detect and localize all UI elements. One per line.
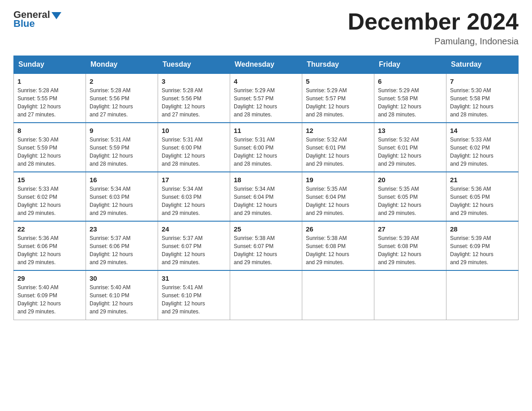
header-row: Sunday Monday Tuesday Wednesday Thursday…: [14, 56, 519, 74]
day-number: 25: [234, 225, 298, 233]
day-info: Sunrise: 5:28 AMSunset: 5:56 PMDaylight:…: [162, 86, 226, 119]
day-info: Sunrise: 5:35 AMSunset: 6:04 PMDaylight:…: [306, 185, 370, 217]
calendar-cell: 9Sunrise: 5:31 AMSunset: 5:59 PMDaylight…: [86, 123, 158, 172]
day-number: 4: [234, 77, 298, 85]
day-number: 5: [306, 77, 370, 85]
calendar-cell: 8Sunrise: 5:30 AMSunset: 5:59 PMDaylight…: [14, 123, 86, 172]
day-info: Sunrise: 5:31 AMSunset: 6:00 PMDaylight:…: [234, 136, 298, 168]
calendar-cell: 15Sunrise: 5:33 AMSunset: 6:02 PMDayligh…: [14, 172, 86, 221]
day-info: Sunrise: 5:30 AMSunset: 5:58 PMDaylight:…: [450, 86, 515, 119]
calendar-cell: 26Sunrise: 5:38 AMSunset: 6:08 PMDayligh…: [302, 221, 374, 270]
calendar-cell: 21Sunrise: 5:36 AMSunset: 6:05 PMDayligh…: [446, 172, 519, 221]
calendar-week-row: 22Sunrise: 5:36 AMSunset: 6:06 PMDayligh…: [14, 221, 519, 270]
calendar-cell: 6Sunrise: 5:29 AMSunset: 5:58 PMDaylight…: [374, 73, 446, 123]
day-number: 7: [450, 77, 515, 85]
day-number: 13: [378, 127, 442, 134]
day-number: 6: [378, 77, 442, 85]
calendar-cell: 7Sunrise: 5:30 AMSunset: 5:58 PMDaylight…: [446, 73, 519, 123]
calendar-cell: 14Sunrise: 5:33 AMSunset: 6:02 PMDayligh…: [446, 123, 519, 172]
calendar-cell: 17Sunrise: 5:34 AMSunset: 6:03 PMDayligh…: [158, 172, 230, 221]
calendar-cell: 29Sunrise: 5:40 AMSunset: 6:09 PMDayligh…: [14, 270, 86, 320]
day-number: 15: [17, 176, 82, 184]
logo-triangle-icon: [51, 10, 61, 20]
day-number: 27: [378, 225, 442, 233]
day-info: Sunrise: 5:37 AMSunset: 6:06 PMDaylight:…: [90, 234, 154, 266]
day-number: 2: [90, 77, 154, 85]
calendar-week-row: 29Sunrise: 5:40 AMSunset: 6:09 PMDayligh…: [14, 270, 519, 320]
calendar-cell: 25Sunrise: 5:38 AMSunset: 6:07 PMDayligh…: [230, 221, 302, 270]
day-number: 30: [90, 274, 154, 282]
day-info: Sunrise: 5:36 AMSunset: 6:06 PMDaylight:…: [17, 234, 82, 266]
day-info: Sunrise: 5:38 AMSunset: 6:08 PMDaylight:…: [306, 234, 370, 266]
calendar-cell: 23Sunrise: 5:37 AMSunset: 6:06 PMDayligh…: [86, 221, 158, 270]
day-info: Sunrise: 5:36 AMSunset: 6:05 PMDaylight:…: [450, 185, 515, 217]
day-info: Sunrise: 5:32 AMSunset: 6:01 PMDaylight:…: [378, 136, 442, 168]
day-info: Sunrise: 5:41 AMSunset: 6:10 PMDaylight:…: [162, 283, 226, 316]
day-number: 21: [450, 176, 515, 184]
calendar-cell: 20Sunrise: 5:35 AMSunset: 6:05 PMDayligh…: [374, 172, 446, 221]
day-number: 24: [162, 225, 226, 233]
day-info: Sunrise: 5:29 AMSunset: 5:57 PMDaylight:…: [234, 86, 298, 119]
calendar-cell: 27Sunrise: 5:39 AMSunset: 6:08 PMDayligh…: [374, 221, 446, 270]
day-info: Sunrise: 5:40 AMSunset: 6:10 PMDaylight:…: [90, 283, 154, 316]
calendar-body: 1Sunrise: 5:28 AMSunset: 5:55 PMDaylight…: [14, 73, 519, 320]
title-section: December 2024 Pamulang, Indonesia: [348, 9, 519, 47]
day-number: 22: [17, 225, 82, 233]
day-number: 23: [90, 225, 154, 233]
day-info: Sunrise: 5:29 AMSunset: 5:57 PMDaylight:…: [306, 86, 370, 119]
calendar-cell: 19Sunrise: 5:35 AMSunset: 6:04 PMDayligh…: [302, 172, 374, 221]
day-number: 8: [17, 127, 82, 134]
header-tuesday: Tuesday: [158, 56, 230, 74]
day-number: 28: [450, 225, 515, 233]
day-info: Sunrise: 5:28 AMSunset: 5:55 PMDaylight:…: [17, 86, 82, 119]
day-info: Sunrise: 5:33 AMSunset: 6:02 PMDaylight:…: [17, 185, 82, 217]
day-info: Sunrise: 5:30 AMSunset: 5:59 PMDaylight:…: [17, 136, 82, 168]
page-header: General Blue December 2024 Pamulang, Ind…: [13, 9, 519, 47]
day-info: Sunrise: 5:40 AMSunset: 6:09 PMDaylight:…: [17, 283, 82, 316]
month-title: December 2024: [348, 9, 519, 34]
day-info: Sunrise: 5:35 AMSunset: 6:05 PMDaylight:…: [378, 185, 442, 217]
calendar-cell: 13Sunrise: 5:32 AMSunset: 6:01 PMDayligh…: [374, 123, 446, 172]
calendar-cell: 2Sunrise: 5:28 AMSunset: 5:56 PMDaylight…: [86, 73, 158, 123]
header-thursday: Thursday: [302, 56, 374, 74]
day-info: Sunrise: 5:31 AMSunset: 6:00 PMDaylight:…: [162, 136, 226, 168]
day-number: 9: [90, 127, 154, 134]
calendar-cell: [230, 270, 302, 320]
day-info: Sunrise: 5:33 AMSunset: 6:02 PMDaylight:…: [450, 136, 515, 168]
calendar-cell: 28Sunrise: 5:39 AMSunset: 6:09 PMDayligh…: [446, 221, 519, 270]
day-number: 18: [234, 176, 298, 184]
day-number: 10: [162, 127, 226, 134]
day-number: 31: [162, 274, 226, 282]
day-number: 19: [306, 176, 370, 184]
calendar-cell: [302, 270, 374, 320]
day-number: 11: [234, 127, 298, 134]
calendar-cell: [374, 270, 446, 320]
calendar-cell: 30Sunrise: 5:40 AMSunset: 6:10 PMDayligh…: [86, 270, 158, 320]
day-info: Sunrise: 5:31 AMSunset: 5:59 PMDaylight:…: [90, 136, 154, 168]
day-number: 3: [162, 77, 226, 85]
calendar-table: Sunday Monday Tuesday Wednesday Thursday…: [13, 56, 519, 320]
header-friday: Friday: [374, 56, 446, 74]
calendar-header: Sunday Monday Tuesday Wednesday Thursday…: [14, 56, 519, 74]
day-info: Sunrise: 5:34 AMSunset: 6:03 PMDaylight:…: [162, 185, 226, 217]
day-info: Sunrise: 5:34 AMSunset: 6:04 PMDaylight:…: [234, 185, 298, 217]
header-sunday: Sunday: [14, 56, 86, 74]
day-info: Sunrise: 5:28 AMSunset: 5:56 PMDaylight:…: [90, 86, 154, 119]
header-wednesday: Wednesday: [230, 56, 302, 74]
day-info: Sunrise: 5:37 AMSunset: 6:07 PMDaylight:…: [162, 234, 226, 266]
header-monday: Monday: [86, 56, 158, 74]
day-number: 20: [378, 176, 442, 184]
calendar-cell: 18Sunrise: 5:34 AMSunset: 6:04 PMDayligh…: [230, 172, 302, 221]
calendar-cell: 22Sunrise: 5:36 AMSunset: 6:06 PMDayligh…: [14, 221, 86, 270]
calendar-week-row: 15Sunrise: 5:33 AMSunset: 6:02 PMDayligh…: [14, 172, 519, 221]
calendar-week-row: 8Sunrise: 5:30 AMSunset: 5:59 PMDaylight…: [14, 123, 519, 172]
header-saturday: Saturday: [446, 56, 519, 74]
calendar-cell: [446, 270, 519, 320]
calendar-week-row: 1Sunrise: 5:28 AMSunset: 5:55 PMDaylight…: [14, 73, 519, 123]
day-info: Sunrise: 5:29 AMSunset: 5:58 PMDaylight:…: [378, 86, 442, 119]
day-number: 14: [450, 127, 515, 134]
calendar-cell: 31Sunrise: 5:41 AMSunset: 6:10 PMDayligh…: [158, 270, 230, 320]
calendar-cell: 3Sunrise: 5:28 AMSunset: 5:56 PMDaylight…: [158, 73, 230, 123]
day-number: 29: [17, 274, 82, 282]
day-info: Sunrise: 5:39 AMSunset: 6:08 PMDaylight:…: [378, 234, 442, 266]
